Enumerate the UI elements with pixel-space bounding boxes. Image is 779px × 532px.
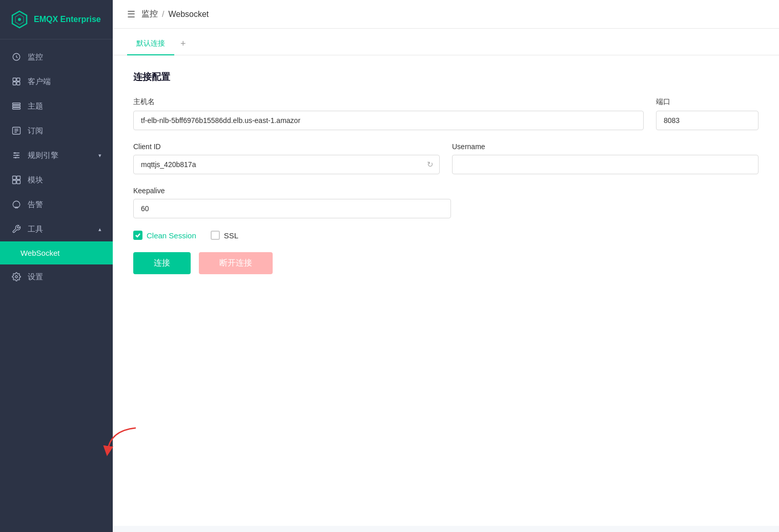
clientid-username-row: Client ID ↻ Username (133, 142, 758, 174)
sidebar-nav: 监控 客户端 主题 订阅 规则引擎 ▾ (0, 39, 113, 532)
disconnect-button[interactable]: 断开连接 (199, 252, 273, 274)
svg-point-13 (16, 155, 18, 156)
sidebar-item-label: 设置 (28, 272, 43, 282)
sidebar-item-label: 告警 (28, 200, 43, 210)
svg-rect-17 (13, 180, 16, 184)
host-group: 主机名 (133, 97, 644, 130)
username-label: Username (452, 142, 758, 151)
breadcrumb-separator: / (162, 10, 164, 19)
logo-icon (10, 10, 29, 29)
monitor-icon (11, 52, 22, 62)
sidebar-item-monitor[interactable]: 监控 (0, 45, 113, 69)
tab-default-connection[interactable]: 默认连接 (127, 34, 174, 55)
tab-label: 默认连接 (136, 39, 165, 47)
clientid-input[interactable] (133, 155, 440, 174)
host-input[interactable] (133, 111, 644, 130)
sidebar-item-label: 客户端 (28, 77, 51, 87)
username-group: Username (452, 142, 758, 174)
content-area: 默认连接 + 连接配置 主机名 端口 (113, 29, 779, 532)
menu-toggle-icon[interactable]: ☰ (127, 9, 135, 20)
checkmark-icon (135, 232, 141, 238)
clients-icon (11, 76, 22, 87)
keepalive-label: Keepalive (133, 187, 758, 195)
tools-icon (11, 224, 22, 234)
form-panel: 连接配置 主机名 端口 Client ID ↻ (113, 55, 779, 526)
alerts-icon (11, 199, 22, 210)
tab-add-button[interactable]: + (174, 34, 192, 55)
port-input[interactable] (656, 111, 758, 130)
sidebar-item-subscriptions[interactable]: 订阅 (0, 118, 113, 143)
clientid-label: Client ID (133, 142, 440, 151)
options-row: Clean Session SSL (133, 231, 758, 240)
sidebar-item-label: 主题 (28, 101, 43, 111)
settings-icon (11, 272, 22, 282)
clientid-input-wrap: ↻ (133, 155, 440, 174)
sidebar-item-label: WebSocket (20, 249, 59, 257)
svg-rect-16 (17, 176, 20, 180)
clean-session-checkbox[interactable] (133, 231, 142, 240)
tab-add-icon: + (180, 38, 186, 49)
modules-icon (11, 175, 22, 185)
svg-point-2 (18, 18, 21, 21)
svg-point-14 (15, 157, 16, 158)
topics-icon (11, 101, 22, 111)
tabs-bar: 默认连接 + (113, 29, 779, 55)
svg-rect-15 (13, 176, 16, 180)
keepalive-input[interactable] (133, 199, 451, 218)
sidebar-item-tools[interactable]: 工具 ▴ (0, 217, 113, 241)
port-label: 端口 (656, 97, 758, 107)
sidebar-item-label: 订阅 (28, 126, 43, 136)
logo-text: EMQX Enterprise (34, 14, 101, 24)
breadcrumb-parent: 监控 (141, 9, 158, 19)
sidebar-item-label: 规则引擎 (28, 151, 58, 160)
port-group: 端口 (656, 97, 758, 130)
ssl-checkbox-group[interactable]: SSL (211, 231, 238, 240)
sidebar-item-alerts[interactable]: 告警 (0, 192, 113, 217)
svg-rect-6 (13, 82, 16, 85)
topbar: ☰ 监控 / Websocket (113, 0, 779, 29)
ssl-checkbox[interactable] (211, 231, 220, 240)
username-input[interactable] (452, 155, 758, 174)
svg-rect-18 (17, 180, 20, 184)
svg-rect-7 (17, 82, 20, 85)
sidebar-item-websocket[interactable]: WebSocket (0, 241, 113, 264)
logo-area: EMQX Enterprise (0, 0, 113, 39)
svg-point-12 (14, 152, 16, 154)
ssl-label: SSL (224, 231, 238, 240)
rules-arrow: ▾ (98, 152, 101, 159)
clientid-group: Client ID ↻ (133, 142, 440, 174)
sidebar-item-settings[interactable]: 设置 (0, 264, 113, 289)
clean-session-label: Clean Session (147, 231, 196, 240)
svg-rect-5 (17, 78, 20, 81)
refresh-icon[interactable]: ↻ (427, 160, 434, 169)
sidebar-item-modules[interactable]: 模块 (0, 168, 113, 192)
svg-rect-9 (13, 106, 20, 107)
breadcrumb-current: Websocket (168, 10, 209, 19)
clean-session-checkbox-group[interactable]: Clean Session (133, 231, 196, 240)
section-title: 连接配置 (133, 71, 758, 83)
sidebar-item-label: 工具 (28, 224, 43, 234)
subscriptions-icon (11, 126, 22, 136)
sidebar-item-label: 模块 (28, 175, 43, 185)
sidebar-item-topics[interactable]: 主题 (0, 94, 113, 118)
connect-button[interactable]: 连接 (133, 252, 191, 274)
breadcrumb: 监控 / Websocket (141, 9, 209, 19)
sidebar-item-rules[interactable]: 规则引擎 ▾ (0, 143, 113, 168)
tools-arrow: ▴ (98, 226, 101, 233)
host-port-row: 主机名 端口 (133, 97, 758, 130)
sidebar: EMQX Enterprise 监控 客户端 主题 订阅 (0, 0, 113, 532)
host-label: 主机名 (133, 97, 644, 107)
sidebar-item-clients[interactable]: 客户端 (0, 69, 113, 94)
svg-rect-4 (13, 78, 16, 81)
keepalive-row: Keepalive (133, 187, 758, 218)
svg-point-19 (15, 276, 18, 278)
main-area: ☰ 监控 / Websocket 默认连接 + 连接配置 主机名 (113, 0, 779, 532)
keepalive-group: Keepalive (133, 187, 758, 218)
rules-icon (11, 150, 22, 160)
button-row: 连接 断开连接 (133, 252, 758, 274)
sidebar-item-label: 监控 (28, 52, 43, 62)
svg-rect-8 (13, 103, 20, 105)
svg-rect-10 (13, 108, 20, 109)
